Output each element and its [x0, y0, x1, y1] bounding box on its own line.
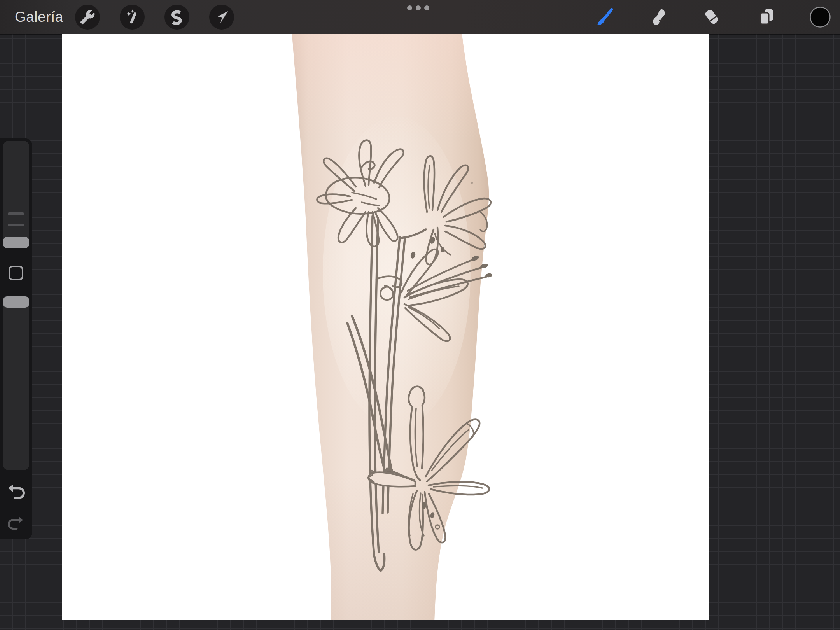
actions-button[interactable] — [75, 5, 100, 30]
smudge-finger-icon — [648, 7, 669, 28]
undo-arrow-icon — [7, 482, 25, 500]
ellipsis-icon — [424, 5, 429, 10]
transform-arrow-icon — [213, 9, 230, 26]
leg-photo — [292, 34, 489, 620]
selection-button[interactable] — [164, 5, 189, 30]
slider-marker — [8, 224, 24, 226]
canvas[interactable] — [62, 34, 709, 620]
procreate-workspace: Galería — [0, 0, 840, 630]
selection-s-icon — [168, 9, 186, 26]
skin-speck — [471, 182, 473, 184]
adjustments-button[interactable] — [120, 5, 145, 30]
redo-button[interactable] — [8, 514, 24, 530]
brush-sidebar — [0, 138, 32, 539]
color-swatch-button[interactable] — [809, 6, 831, 28]
undo-button[interactable] — [7, 482, 25, 500]
layers-icon — [756, 7, 777, 27]
brush-size-slider-handle[interactable] — [3, 237, 29, 248]
brush-size-slider-track[interactable] — [3, 141, 29, 248]
opacity-slider-handle[interactable] — [3, 296, 29, 308]
smudge-tool-button[interactable] — [648, 7, 669, 28]
more-options-button[interactable] — [407, 5, 429, 10]
erase-tool-button[interactable] — [702, 7, 723, 28]
opacity-slider-track[interactable] — [3, 296, 29, 470]
wrench-icon — [80, 9, 95, 25]
gallery-button[interactable]: Galería — [15, 0, 63, 34]
paint-tool-button[interactable] — [593, 7, 614, 28]
slider-marker — [8, 212, 24, 215]
ellipsis-icon — [416, 5, 421, 10]
eraser-icon — [702, 7, 723, 28]
paintbrush-icon — [593, 7, 614, 28]
current-color-circle — [810, 7, 830, 27]
layers-button[interactable] — [756, 7, 777, 28]
modify-button[interactable] — [9, 266, 23, 280]
redo-arrow-icon — [8, 514, 24, 530]
magic-wand-icon — [124, 9, 141, 26]
transform-button[interactable] — [209, 5, 234, 30]
canvas-artwork — [62, 34, 709, 620]
top-toolbar: Galería — [0, 0, 840, 34]
color-swatch-circle — [809, 6, 831, 28]
ellipsis-icon — [407, 5, 412, 10]
